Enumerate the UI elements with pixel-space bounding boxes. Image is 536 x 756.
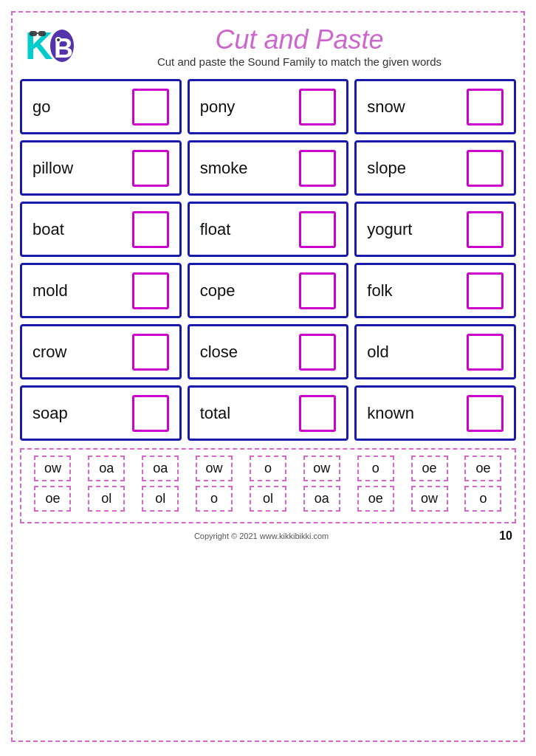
paste-box-cope[interactable] xyxy=(299,272,336,309)
copyright-text: Copyright © 2021 www.kikkibikki.com xyxy=(24,532,499,540)
cut-item-r2-2[interactable]: ol xyxy=(142,486,179,512)
paste-box-slope[interactable] xyxy=(467,150,504,187)
word-card-close: close xyxy=(188,324,349,379)
word-card-cope: cope xyxy=(188,263,349,318)
paste-box-old[interactable] xyxy=(467,334,504,371)
word-card-pillow: pillow xyxy=(20,140,182,196)
word-grid: goponysnowpillowsmokeslopeboatfloatyogur… xyxy=(20,79,516,441)
word-card-yogurt: yogurt xyxy=(354,202,516,257)
page-subtitle: Cut and paste the Sound Family to match … xyxy=(86,55,512,68)
paste-box-yogurt[interactable] xyxy=(467,211,504,248)
word-label-folk: folk xyxy=(367,281,392,300)
word-label-snow: snow xyxy=(367,97,405,117)
word-label-slope: slope xyxy=(367,159,406,178)
word-card-snow: snow xyxy=(354,79,516,134)
page: K B Cut and Paste Cut and paste the Soun… xyxy=(0,0,536,756)
word-card-smoke: smoke xyxy=(188,140,349,196)
cut-item-r1-4[interactable]: o xyxy=(250,456,286,481)
cut-item-r1-6[interactable]: o xyxy=(357,456,394,481)
paste-box-go[interactable] xyxy=(132,89,169,126)
paste-box-pillow[interactable] xyxy=(132,150,169,187)
word-card-pony: pony xyxy=(188,79,349,134)
word-label-soap: soap xyxy=(32,404,68,423)
paste-box-crow[interactable] xyxy=(132,334,169,371)
word-label-go: go xyxy=(32,97,50,117)
word-card-soap: soap xyxy=(20,385,182,441)
word-label-old: old xyxy=(367,343,388,362)
paste-box-mold[interactable] xyxy=(132,272,169,309)
cut-item-r1-3[interactable]: ow xyxy=(196,456,233,481)
word-card-go: go xyxy=(20,79,182,134)
cut-item-r2-4[interactable]: ol xyxy=(250,486,286,512)
paste-box-pony[interactable] xyxy=(299,89,336,126)
cut-item-r2-1[interactable]: ol xyxy=(88,486,125,512)
paste-box-soap[interactable] xyxy=(132,395,169,432)
cut-item-r1-2[interactable]: oa xyxy=(142,456,179,481)
paste-box-snow[interactable] xyxy=(467,89,504,126)
svg-text:K: K xyxy=(25,24,53,67)
cut-item-r2-5[interactable]: oa xyxy=(303,486,340,512)
page-number: 10 xyxy=(499,529,512,543)
logo: K B xyxy=(24,24,75,68)
word-label-known: known xyxy=(367,404,414,423)
paste-box-total[interactable] xyxy=(299,395,336,432)
word-card-crow: crow xyxy=(20,324,182,379)
svg-point-7 xyxy=(57,38,60,41)
header-text: Cut and Paste Cut and paste the Sound Fa… xyxy=(86,24,512,68)
word-card-boat: boat xyxy=(20,202,182,257)
cut-item-r1-0[interactable]: ow xyxy=(34,456,71,481)
word-card-mold: mold xyxy=(20,263,182,318)
word-label-float: float xyxy=(200,220,231,239)
word-label-boat: boat xyxy=(32,220,64,239)
word-card-old: old xyxy=(354,324,516,379)
cut-item-r1-8[interactable]: oe xyxy=(464,456,501,481)
footer: Copyright © 2021 www.kikkibikki.com 10 xyxy=(20,529,516,543)
header: K B Cut and Paste Cut and paste the Soun… xyxy=(20,20,516,72)
paste-box-close[interactable] xyxy=(299,334,336,371)
paste-box-float[interactable] xyxy=(299,211,336,248)
paste-box-boat[interactable] xyxy=(132,211,169,248)
word-card-total: total xyxy=(188,385,349,441)
word-label-cope: cope xyxy=(200,281,236,300)
cut-item-r2-7[interactable]: ow xyxy=(411,486,448,512)
cut-item-r1-5[interactable]: ow xyxy=(303,456,340,481)
cut-item-r1-1[interactable]: oa xyxy=(88,456,125,481)
word-label-mold: mold xyxy=(32,281,68,300)
svg-rect-4 xyxy=(38,31,46,36)
cut-row-1: owoaoaowoowooeoe xyxy=(27,456,509,481)
paste-box-smoke[interactable] xyxy=(299,150,336,187)
cut-item-r2-3[interactable]: o xyxy=(196,486,233,512)
word-card-slope: slope xyxy=(354,140,516,196)
word-label-smoke: smoke xyxy=(200,159,248,178)
paste-box-folk[interactable] xyxy=(467,272,504,309)
word-label-yogurt: yogurt xyxy=(367,220,412,239)
cut-item-r2-8[interactable]: o xyxy=(464,486,501,512)
svg-rect-3 xyxy=(30,31,37,36)
paste-box-known[interactable] xyxy=(467,395,504,432)
word-label-pony: pony xyxy=(200,97,236,117)
cut-item-r1-7[interactable]: oe xyxy=(411,456,448,481)
word-card-float: float xyxy=(188,202,349,257)
word-label-close: close xyxy=(200,343,238,362)
word-card-folk: folk xyxy=(354,263,516,318)
word-label-crow: crow xyxy=(32,343,66,362)
cut-section: owoaoaowoowooeoe oeololooloaoeowo xyxy=(20,448,516,523)
word-card-known: known xyxy=(354,385,516,441)
cut-row-2: oeololooloaoeowo xyxy=(27,486,509,512)
cut-item-r2-6[interactable]: oe xyxy=(357,486,394,512)
outer-border: K B Cut and Paste Cut and paste the Soun… xyxy=(11,11,525,742)
page-title: Cut and Paste xyxy=(86,24,512,55)
cut-item-r2-0[interactable]: oe xyxy=(34,486,71,512)
word-label-pillow: pillow xyxy=(32,159,73,178)
word-label-total: total xyxy=(200,404,231,423)
